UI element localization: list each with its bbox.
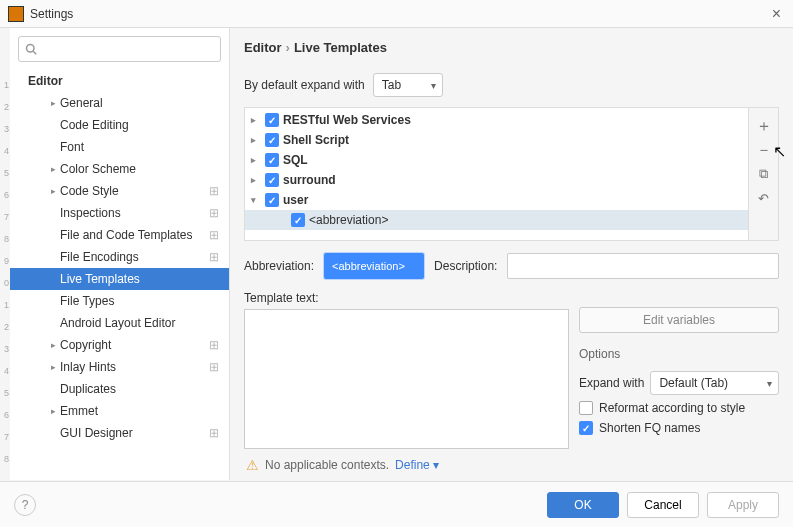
ok-button[interactable]: OK <box>547 492 619 518</box>
templates-list[interactable]: RESTful Web ServicesShell ScriptSQLsurro… <box>245 108 748 240</box>
group-checkbox[interactable] <box>265 153 279 167</box>
options-title: Options <box>579 347 779 361</box>
cursor-icon: ↖ <box>773 142 786 161</box>
group-label: SQL <box>283 153 308 167</box>
reformat-checkbox[interactable] <box>579 401 593 415</box>
chevron-right-icon <box>48 340 58 350</box>
sidebar-item-label: Code Style <box>60 184 119 198</box>
remove-template-button[interactable]: － <box>754 138 774 162</box>
sidebar-item-label: File and Code Templates <box>60 228 193 242</box>
sidebar-item-label: Emmet <box>60 404 98 418</box>
content-panel: Editor›Live Templates By default expand … <box>230 28 793 480</box>
chevron-right-icon <box>251 175 261 185</box>
expand-default-label: By default expand with <box>244 78 365 92</box>
template-group-user[interactable]: user <box>245 190 748 210</box>
template-item[interactable]: <abbreviation> <box>245 210 748 230</box>
expand-default-combo[interactable]: Tab <box>373 73 443 97</box>
sidebar-item-inlay-hints[interactable]: Inlay Hints⊞ <box>10 356 229 378</box>
sidebar-item-gui-designer[interactable]: GUI Designer⊞ <box>10 422 229 444</box>
sidebar-item-android-layout-editor[interactable]: Android Layout Editor <box>10 312 229 334</box>
description-input[interactable] <box>507 253 779 279</box>
sidebar-item-label: Duplicates <box>60 382 116 396</box>
sidebar-item-label: File Encodings <box>60 250 139 264</box>
sidebar-item-code-style[interactable]: Code Style⊞ <box>10 180 229 202</box>
sidebar-item-general[interactable]: General <box>10 92 229 114</box>
group-checkbox[interactable] <box>265 133 279 147</box>
define-context-link[interactable]: Define ▾ <box>395 458 439 472</box>
template-text-input[interactable] <box>244 309 569 449</box>
group-label: Shell Script <box>283 133 349 147</box>
apply-button[interactable]: Apply <box>707 492 779 518</box>
chevron-right-icon <box>48 164 58 174</box>
reformat-label: Reformat according to style <box>599 401 745 415</box>
sidebar-item-inspections[interactable]: Inspections⊞ <box>10 202 229 224</box>
sidebar-item-emmet[interactable]: Emmet <box>10 400 229 422</box>
sidebar-item-copyright[interactable]: Copyright⊞ <box>10 334 229 356</box>
description-label: Description: <box>434 259 497 273</box>
sidebar-item-font[interactable]: Font <box>10 136 229 158</box>
shorten-fq-checkbox[interactable] <box>579 421 593 435</box>
sidebar-item-label: Live Templates <box>60 272 140 286</box>
sidebar-item-label: File Types <box>60 294 114 308</box>
sidebar-item-label: Code Editing <box>60 118 129 132</box>
chevron-right-icon <box>48 98 58 108</box>
shorten-fq-label: Shorten FQ names <box>599 421 700 435</box>
group-checkbox[interactable] <box>265 113 279 127</box>
sidebar-item-label: Font <box>60 140 84 154</box>
sidebar-item-code-editing[interactable]: Code Editing <box>10 114 229 136</box>
template-group-sql[interactable]: SQL <box>245 150 748 170</box>
sidebar-item-live-templates[interactable]: Live Templates <box>10 268 229 290</box>
search-input[interactable] <box>18 36 221 62</box>
chevron-right-icon <box>48 406 58 416</box>
scope-icon: ⊞ <box>209 250 219 264</box>
settings-tree[interactable]: EditorGeneralCode EditingFontColor Schem… <box>10 70 229 472</box>
scope-icon: ⊞ <box>209 184 219 198</box>
window-title: Settings <box>30 7 768 21</box>
template-checkbox[interactable] <box>291 213 305 227</box>
template-group-shell-script[interactable]: Shell Script <box>245 130 748 150</box>
settings-sidebar: EditorGeneralCode EditingFontColor Schem… <box>10 28 230 480</box>
sidebar-item-label: Color Scheme <box>60 162 136 176</box>
template-group-restful-web-services[interactable]: RESTful Web Services <box>245 110 748 130</box>
chevron-right-icon <box>251 115 261 125</box>
abbreviation-input[interactable] <box>324 253 424 279</box>
chevron-down-icon <box>251 195 261 205</box>
add-template-button[interactable]: ＋ <box>754 114 774 138</box>
dialog-footer: ? OK Cancel Apply <box>0 481 793 527</box>
context-row: ⚠ No applicable contexts. Define ▾ <box>246 457 439 473</box>
tree-root-editor[interactable]: Editor <box>10 70 229 92</box>
close-icon[interactable]: × <box>768 5 785 23</box>
template-group-surround[interactable]: surround <box>245 170 748 190</box>
scope-icon: ⊞ <box>209 206 219 220</box>
sidebar-item-label: Copyright <box>60 338 111 352</box>
sidebar-item-label: Inspections <box>60 206 121 220</box>
templates-toolbar: ＋ － ⧉ ↶ ↖ <box>748 108 778 240</box>
context-warning: No applicable contexts. <box>265 458 389 472</box>
undo-template-button[interactable]: ↶ <box>754 186 774 210</box>
sidebar-item-file-and-code-templates[interactable]: File and Code Templates⊞ <box>10 224 229 246</box>
breadcrumb: Editor›Live Templates <box>244 40 779 55</box>
cancel-button[interactable]: Cancel <box>627 492 699 518</box>
copy-template-button[interactable]: ⧉ <box>754 162 774 186</box>
sidebar-item-color-scheme[interactable]: Color Scheme <box>10 158 229 180</box>
titlebar: Settings × <box>0 0 793 28</box>
scope-icon: ⊞ <box>209 228 219 242</box>
help-button[interactable]: ? <box>14 494 36 516</box>
sidebar-item-file-types[interactable]: File Types <box>10 290 229 312</box>
sidebar-item-duplicates[interactable]: Duplicates <box>10 378 229 400</box>
sidebar-item-label: GUI Designer <box>60 426 133 440</box>
warning-icon: ⚠ <box>246 457 259 473</box>
template-label: <abbreviation> <box>309 213 388 227</box>
chevron-right-icon <box>251 155 261 165</box>
group-checkbox[interactable] <box>265 193 279 207</box>
group-checkbox[interactable] <box>265 173 279 187</box>
chevron-right-icon <box>251 135 261 145</box>
chevron-right-icon: › <box>286 40 290 55</box>
group-label: user <box>283 193 308 207</box>
edit-variables-button[interactable]: Edit variables <box>579 307 779 333</box>
scope-icon: ⊞ <box>209 426 219 440</box>
scope-icon: ⊞ <box>209 360 219 374</box>
sidebar-item-file-encodings[interactable]: File Encodings⊞ <box>10 246 229 268</box>
sidebar-item-label: Inlay Hints <box>60 360 116 374</box>
expand-with-combo[interactable]: Default (Tab) <box>650 371 779 395</box>
